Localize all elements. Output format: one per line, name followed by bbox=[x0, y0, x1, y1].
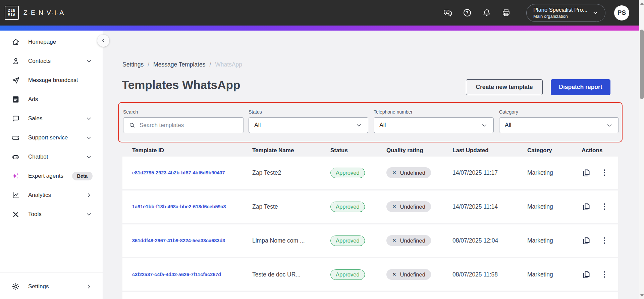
beta-badge: Beta bbox=[72, 172, 93, 180]
sidebar-item-label: Analytics bbox=[28, 192, 51, 199]
notifications-bell-icon[interactable] bbox=[482, 8, 491, 17]
topbar-actions: ? ? Plano Specialist Pro... Main organiz… bbox=[433, 4, 629, 22]
breadcrumb-settings[interactable]: Settings bbox=[122, 61, 144, 68]
table-row-partial bbox=[122, 292, 618, 299]
brand-gradient-bar bbox=[0, 26, 644, 31]
sidebar-item-contacts[interactable]: Contacts bbox=[0, 51, 103, 71]
organization-selector[interactable]: Plano Specialist Pro... Main organizatio… bbox=[526, 4, 605, 22]
quality-rating-badge: ✕Undefined bbox=[386, 167, 431, 178]
sidebar-item-expert-agents[interactable]: Expert agents Beta bbox=[0, 166, 103, 185]
chevron-down-icon bbox=[85, 134, 93, 141]
sidebar-divider bbox=[0, 272, 103, 272]
templates-table: Template ID Template Name Status Quality… bbox=[122, 144, 618, 299]
breadcrumb-separator: / bbox=[209, 61, 211, 68]
search-field[interactable] bbox=[123, 117, 244, 133]
breadcrumb-message-templates[interactable]: Message Templates bbox=[153, 61, 205, 68]
category-select[interactable]: All bbox=[499, 117, 619, 133]
sidebar-item-message-broadcast[interactable]: Message broadcast bbox=[0, 71, 103, 90]
sidebar-item-label: Contacts bbox=[28, 58, 51, 65]
quality-rating-badge: ✕Undefined bbox=[386, 235, 431, 246]
status-badge: Approved bbox=[330, 202, 365, 212]
zenvia-logo-icon: ZEN VIA bbox=[5, 6, 19, 20]
col-quality-rating: Quality rating bbox=[386, 147, 452, 154]
create-new-template-button[interactable]: Create new template bbox=[466, 79, 543, 95]
chevron-right-icon bbox=[85, 283, 93, 290]
scrollbar[interactable] bbox=[639, 0, 644, 299]
sidebar: Homepage Contacts Message broadcast Ads … bbox=[0, 31, 103, 299]
sidebar-item-label: Support service bbox=[28, 134, 68, 141]
home-icon bbox=[11, 38, 20, 46]
gear-icon bbox=[11, 282, 20, 291]
scroll-up-icon[interactable] bbox=[640, 2, 644, 5]
filters-highlight-box: Search Status All Telephone number All C… bbox=[118, 102, 623, 142]
breadcrumb: Settings / Message Templates / WhatsApp bbox=[122, 61, 242, 68]
template-name: Zap Teste2 bbox=[252, 169, 330, 176]
col-category: Category bbox=[527, 147, 582, 154]
last-updated: 14/07/2025 11:17 bbox=[452, 169, 527, 176]
sidebar-item-tools[interactable]: Tools bbox=[0, 205, 103, 224]
kebab-menu-icon[interactable] bbox=[600, 168, 609, 177]
last-updated: 08/07/2025 11:58 bbox=[452, 271, 527, 278]
col-last-updated: Last Updated bbox=[452, 147, 527, 154]
status-badge: Approved bbox=[330, 236, 365, 246]
kebab-menu-icon[interactable] bbox=[600, 236, 609, 245]
template-id-link[interactable]: c3f22a37-c4fa-4d42-a626-7f11cfac267d bbox=[132, 272, 252, 277]
category: Marketing bbox=[527, 169, 582, 176]
sidebar-item-sales[interactable]: Sales bbox=[0, 109, 103, 128]
kebab-menu-icon[interactable] bbox=[600, 202, 609, 211]
sidebar-collapse-button[interactable] bbox=[97, 35, 109, 47]
chevron-down-icon bbox=[85, 115, 93, 122]
template-id-link[interactable]: 361ddf48-2967-41b9-8224-5ea33ca683d3 bbox=[132, 238, 252, 243]
copy-icon[interactable] bbox=[582, 202, 591, 211]
sidebar-item-label: Sales bbox=[28, 115, 43, 122]
category-label: Category bbox=[499, 109, 619, 115]
sidebar-item-chatbot[interactable]: Chatbot bbox=[0, 147, 103, 166]
sidebar-item-support-service[interactable]: Support service bbox=[0, 128, 103, 147]
category-value: All bbox=[505, 122, 511, 129]
search-icon bbox=[129, 122, 136, 129]
chat-help-icon[interactable]: ? bbox=[443, 8, 452, 17]
sidebar-item-settings[interactable]: Settings bbox=[0, 277, 103, 296]
col-actions: Actions bbox=[582, 147, 618, 154]
search-input[interactable] bbox=[140, 122, 238, 129]
organization-name: Plano Specialist Pro... bbox=[533, 7, 592, 13]
chevron-down-icon bbox=[481, 122, 488, 129]
template-id-link[interactable]: e81d2795-2923-4b2b-bf87-4bf5d9b90407 bbox=[132, 170, 252, 175]
breadcrumb-separator: / bbox=[148, 61, 149, 68]
kebab-menu-icon[interactable] bbox=[600, 270, 609, 279]
help-icon[interactable]: ? bbox=[463, 8, 472, 17]
printer-icon[interactable] bbox=[501, 8, 511, 17]
status-select[interactable]: All bbox=[249, 117, 368, 133]
scrollbar-thumb[interactable] bbox=[640, 30, 644, 99]
logo-text-bottom: VIA bbox=[8, 13, 16, 17]
template-name: Zap Teste bbox=[252, 203, 330, 210]
copy-icon[interactable] bbox=[582, 236, 591, 245]
x-mark-icon: ✕ bbox=[392, 204, 396, 210]
scroll-down-icon[interactable] bbox=[640, 294, 644, 297]
x-mark-icon: ✕ bbox=[392, 170, 396, 176]
template-id-link[interactable]: 1a91e1bb-f18b-498a-bbe2-618d6ceb59a8 bbox=[132, 204, 252, 209]
telephone-number-select[interactable]: All bbox=[374, 117, 494, 133]
copy-icon[interactable] bbox=[582, 168, 591, 177]
sidebar-item-homepage[interactable]: Homepage bbox=[0, 32, 103, 51]
brand-name: Z·E·N·V·I·A bbox=[23, 9, 64, 16]
dispatch-report-button[interactable]: Dispatch report bbox=[551, 79, 610, 95]
table-row: e81d2795-2923-4b2b-bf87-4bf5d9b90407 Zap… bbox=[122, 157, 618, 189]
chatbot-icon bbox=[11, 153, 20, 161]
topbar: ZEN VIA Z·E·N·V·I·A ? ? Plano Specialist… bbox=[0, 0, 644, 26]
chat-bubble-icon bbox=[11, 114, 20, 123]
telephone-number-label: Telephone number bbox=[374, 109, 494, 115]
ticket-icon bbox=[11, 133, 20, 142]
table-row: 361ddf48-2967-41b9-8224-5ea33ca683d3 Lim… bbox=[122, 224, 618, 257]
category: Marketing bbox=[527, 237, 582, 244]
sidebar-item-label: Message broadcast bbox=[28, 77, 78, 84]
status-value: All bbox=[254, 122, 261, 129]
telephone-number-value: All bbox=[379, 122, 386, 129]
template-name: Limpa Nome com ... bbox=[252, 237, 330, 244]
col-status: Status bbox=[330, 147, 386, 154]
sidebar-item-analytics[interactable]: Analytics bbox=[0, 185, 103, 205]
avatar[interactable]: PS bbox=[614, 5, 629, 20]
sidebar-item-ads[interactable]: Ads bbox=[0, 90, 103, 109]
template-name: Teste de doc UR... bbox=[252, 271, 330, 278]
copy-icon[interactable] bbox=[582, 270, 591, 279]
